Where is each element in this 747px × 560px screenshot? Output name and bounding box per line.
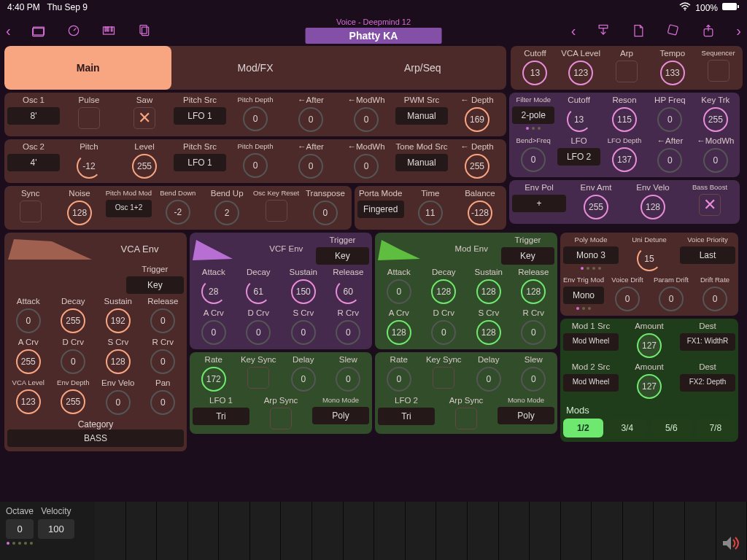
vcf-acrv[interactable]: 0 [201, 320, 226, 345]
velocity-value[interactable]: 100 [38, 519, 74, 539]
vcf-rcrv[interactable]: 0 [336, 320, 360, 345]
filter-keytrk[interactable]: 255 [703, 107, 728, 132]
arp-toggle[interactable] [616, 61, 638, 82]
vca-scrv[interactable]: 128 [106, 349, 131, 374]
share-icon[interactable] [701, 23, 716, 38]
lfo2-wave[interactable]: Tri [378, 408, 435, 425]
polymode[interactable]: Mono 3 [563, 246, 619, 264]
vcf-release[interactable]: 60 [336, 279, 360, 304]
mod-release[interactable]: 128 [521, 279, 546, 304]
osc1-after[interactable]: 0 [298, 107, 323, 132]
osc2-level[interactable]: 255 [132, 154, 157, 179]
keyboard[interactable] [95, 502, 747, 560]
filter-modwh[interactable]: 0 [703, 148, 728, 173]
vcf-scrv[interactable]: 0 [291, 320, 316, 345]
lfo2-rate[interactable]: 0 [387, 367, 411, 392]
osc2-range[interactable]: 4' [7, 154, 60, 171]
patch-name[interactable]: Phatty KA [306, 28, 442, 44]
transpose-knob[interactable]: 0 [313, 201, 338, 225]
lfo1-wave[interactable]: Tri [193, 408, 249, 425]
bendfreq-knob[interactable]: 0 [521, 147, 546, 172]
mod1-src[interactable]: Mod Wheel [563, 333, 619, 351]
osc2-pitchdepth[interactable]: 0 [243, 153, 268, 178]
lfo1-keysync[interactable] [247, 367, 269, 389]
lfodepth-knob[interactable]: 137 [612, 147, 637, 172]
voicedrift[interactable]: 0 [615, 287, 640, 311]
filter-hp[interactable]: 0 [657, 107, 682, 132]
cutoff-knob[interactable]: 13 [522, 61, 547, 85]
benddown-knob[interactable]: -2 [166, 200, 190, 225]
folder-icon[interactable] [31, 23, 46, 38]
driftrate[interactable]: 0 [703, 287, 727, 311]
osc1-pitchsrc[interactable]: LFO 1 [174, 107, 226, 125]
dial-icon[interactable] [66, 23, 81, 38]
envtrigmode[interactable]: Mono [563, 287, 604, 304]
mod-decay[interactable]: 128 [431, 279, 456, 304]
vca-dcrv[interactable]: 0 [61, 349, 85, 374]
mod-trigger[interactable]: Key [501, 247, 554, 265]
mod-scrv[interactable]: 128 [476, 320, 501, 345]
lfo2-delay[interactable]: 0 [476, 367, 501, 392]
osc2-modwh[interactable]: 0 [354, 154, 379, 179]
mods-page-56[interactable]: 5/6 [651, 419, 692, 438]
vca-attack[interactable]: 0 [16, 308, 41, 333]
mod-rcrv[interactable]: 0 [521, 320, 546, 345]
copy-icon[interactable] [136, 23, 151, 38]
filter-lfo[interactable]: LFO 2 [557, 148, 600, 166]
bendup-knob[interactable]: 2 [214, 201, 239, 225]
category[interactable]: BASS [7, 429, 184, 447]
filter-reson[interactable]: 115 [612, 107, 637, 132]
osc1-pwmsrc[interactable]: Manual [395, 107, 448, 125]
lfo1-arpsync[interactable] [270, 408, 292, 429]
lfo2-arpsync[interactable] [455, 408, 477, 429]
piano-icon[interactable] [101, 23, 116, 38]
mod1-dst[interactable]: FX1: WidthR [680, 333, 735, 351]
tab-modfx[interactable]: Mod/FX [171, 46, 338, 90]
lfo1-slew[interactable]: 0 [336, 367, 360, 392]
vcf-sustain[interactable]: 150 [291, 279, 316, 304]
lfo2-mono[interactable]: Poly [498, 407, 554, 424]
osc1-pulse[interactable] [78, 107, 100, 129]
mod-sustain[interactable]: 128 [476, 279, 501, 304]
mods-page-12[interactable]: 1/2 [563, 419, 603, 438]
osc1-range[interactable]: 8' [7, 107, 60, 125]
voicepriority[interactable]: Last [680, 246, 735, 264]
vca-level[interactable]: 123 [16, 389, 41, 414]
lfo1-delay[interactable]: 0 [291, 367, 316, 392]
envpol[interactable]: + [512, 195, 566, 212]
osc2-pitch[interactable]: -12 [77, 154, 101, 179]
mod1-amt[interactable]: 127 [637, 333, 662, 358]
vcf-attack[interactable]: 28 [201, 279, 226, 304]
mod2-src[interactable]: Mod Wheel [563, 374, 619, 392]
vcf-dcrv[interactable]: 0 [246, 320, 271, 345]
dice-icon[interactable] [666, 23, 681, 38]
vca-rcrv[interactable]: 0 [150, 349, 175, 374]
lfo1-mono[interactable]: Poly [312, 407, 369, 424]
vca-trigger[interactable]: Key [126, 276, 184, 294]
filter-after[interactable]: 0 [657, 148, 682, 173]
mod2-dst[interactable]: FX2: Depth [680, 374, 735, 392]
vca-release[interactable]: 0 [150, 308, 175, 333]
mods-page-34[interactable]: 3/4 [608, 419, 648, 438]
mods-page-78[interactable]: 7/8 [696, 419, 736, 438]
lfo2-slew[interactable]: 0 [521, 367, 546, 392]
porta-bal[interactable]: -128 [468, 201, 492, 225]
mod2-amt[interactable]: 127 [637, 374, 662, 399]
envvelo-knob[interactable]: 128 [640, 195, 665, 219]
octave-value[interactable]: 0 [6, 519, 34, 539]
noise-knob[interactable]: 128 [67, 201, 92, 225]
sync-toggle[interactable] [20, 201, 42, 222]
osc1-depth[interactable]: 169 [465, 107, 489, 132]
tempo-knob[interactable]: 133 [660, 61, 685, 85]
osc1-saw[interactable]: ✕ [133, 107, 155, 129]
vca-decay[interactable]: 255 [61, 308, 85, 333]
tab-arpseq[interactable]: Arp/Seq [339, 46, 506, 90]
osckeyreset[interactable] [266, 200, 287, 222]
prev-button[interactable]: ‹ [571, 23, 576, 39]
vcf-decay[interactable]: 61 [246, 279, 271, 304]
next-button[interactable]: › [736, 23, 741, 39]
vca-acrv[interactable]: 255 [16, 349, 41, 374]
lfo1-rate[interactable]: 172 [201, 367, 226, 392]
osc1-modwh[interactable]: 0 [354, 107, 379, 132]
vca-envdepth[interactable]: 255 [61, 389, 85, 414]
